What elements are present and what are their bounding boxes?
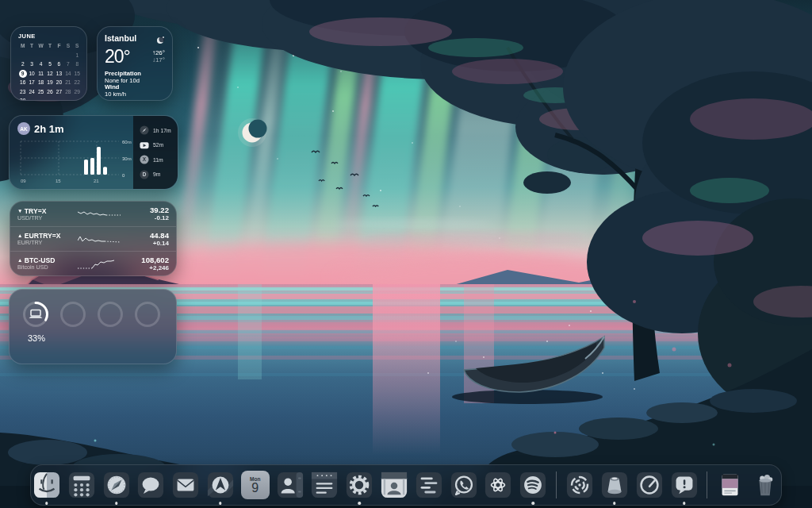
stock-name: USD/TRY (17, 215, 71, 221)
stock-change: -0.12 (128, 214, 169, 221)
calendar-day: 20 (55, 79, 63, 87)
calendar-day: 26 (45, 88, 54, 96)
dock-maps-icon[interactable] (205, 469, 236, 501)
calendar-day: 29 (73, 88, 82, 96)
calendar-grid: MTWTFSS123456789101112131415161718192021… (18, 42, 82, 101)
dock-calculator-icon[interactable] (66, 469, 98, 501)
battery-ring-empty (58, 299, 88, 329)
screen-time-app-row: 1h 17m (140, 125, 178, 135)
calendar-day: 13 (55, 70, 63, 78)
calendar-day (63, 97, 72, 101)
svg-text:09: 09 (21, 179, 26, 183)
app-duration: 1h 17m (153, 128, 171, 133)
dock-notes-icon[interactable] (308, 469, 340, 501)
screen-time-app-row: X11m (140, 155, 178, 164)
calendar-day: 5 (45, 60, 54, 68)
dock-messages-icon[interactable] (135, 469, 167, 501)
calendar-weekday: S (73, 42, 82, 50)
battery-widget[interactable]: 33% (9, 289, 177, 364)
calendar-day: 27 (55, 88, 63, 96)
calendar-day: 23 (18, 88, 27, 96)
moon-stars-icon (156, 33, 165, 48)
stock-sparkline (78, 257, 122, 270)
calendar-day: 3 (27, 60, 36, 68)
dock-whatsapp-icon[interactable] (448, 469, 480, 501)
svg-text:15: 15 (56, 179, 61, 183)
stock-row[interactable]: ▲ EURTRY=XEUR/TRY44.84+0.14 (10, 226, 176, 251)
dock-contacts-icon[interactable] (274, 469, 306, 501)
calendar-day: 22 (73, 79, 82, 87)
down-triangle-icon: ▼ (17, 208, 22, 214)
dock-speedometer-app-icon[interactable] (634, 469, 665, 501)
dock-reminders-icon[interactable] (413, 469, 445, 501)
weather-high: ↑26° (152, 49, 165, 56)
calendar-day: 8 (73, 60, 82, 68)
dock-spotify-icon[interactable] (517, 469, 549, 501)
weather-temperature: 20° (105, 48, 130, 65)
calendar-day: 1 (73, 52, 82, 60)
calendar-widget[interactable]: JUNE MTWTFSS1234567891011121314151617181… (10, 26, 87, 101)
dock-safari-icon[interactable] (101, 469, 132, 501)
calendar-day: 6 (55, 60, 63, 68)
up-triangle-icon: ▲ (17, 257, 22, 263)
battery-ring-empty (132, 299, 163, 329)
calendar-month-title: JUNE (18, 33, 82, 40)
dock-calendar-icon[interactable]: Mon 9 (239, 469, 271, 501)
calendar-day: 2 (18, 60, 27, 68)
dock-trash-icon[interactable] (749, 469, 781, 501)
screen-time-widget[interactable]: AK 2h 1m 60m30m0 091521 1h 17m52mX11mD9m (9, 115, 178, 190)
dock-finder-icon[interactable] (31, 469, 63, 501)
screen-time-total: 2h 1m (34, 123, 64, 135)
svg-text:21: 21 (94, 179, 99, 183)
calendar-day: 10 (27, 70, 36, 78)
calendar-day: 7 (63, 60, 72, 68)
calendar-day (63, 52, 72, 60)
up-triangle-icon: ▲ (17, 233, 22, 238)
calendar-weekday: W (36, 42, 45, 50)
svg-text:0: 0 (122, 173, 125, 178)
dock-calendar-day: 9 (251, 482, 259, 495)
calendar-day: 28 (63, 88, 72, 96)
stock-name: Bitcoin USD (17, 264, 71, 271)
app-duration: 11m (153, 157, 163, 163)
weather-widget[interactable]: Istanbul 20° ↑26° ↓17° Precipitation Non… (97, 26, 173, 101)
dock-alert-app-icon[interactable] (668, 469, 700, 501)
stock-price: 39.22 (128, 206, 169, 214)
calendar-day: 21 (63, 79, 72, 87)
weather-wind-value: 10 km/h (105, 91, 165, 98)
svg-text:60m: 60m (122, 140, 132, 144)
calendar-day: 24 (27, 88, 36, 96)
svg-text:D: D (143, 171, 147, 177)
user-avatar: AK (17, 122, 30, 135)
stock-row[interactable]: ▲ BTC-USDBitcoin USD108,602+2,246 (10, 251, 176, 275)
dock-photo-booth-icon[interactable] (378, 469, 410, 501)
calendar-day (55, 97, 63, 101)
calendar-weekday: S (63, 42, 72, 50)
screen-time-app-row: 52m (140, 140, 178, 150)
calendar-day: 30 (18, 97, 27, 101)
calendar-day: 15 (73, 70, 82, 78)
dock-speaker-app-icon[interactable] (599, 469, 630, 501)
svg-text:X: X (143, 156, 147, 162)
safari-icon (140, 125, 149, 135)
calendar-weekday: M (18, 42, 27, 50)
stock-row[interactable]: ▼ TRY=XUSD/TRY39.22-0.12 (10, 202, 176, 226)
dock-divider (707, 471, 707, 498)
x-app-icon: X (140, 155, 149, 164)
battery-ring-laptop (21, 299, 51, 329)
d-app-icon: D (140, 170, 149, 179)
dock-system-settings-icon[interactable] (343, 469, 375, 501)
calendar-day (27, 52, 36, 60)
app-duration: 9m (153, 171, 160, 177)
calendar-weekday: T (45, 42, 54, 50)
dock-downloads-stack-icon[interactable] (714, 469, 746, 501)
stocks-widget[interactable]: ▼ TRY=XUSD/TRY39.22-0.12▲ EURTRY=XEUR/TR… (10, 201, 177, 276)
battery-ring-empty (95, 299, 125, 329)
dock-maze-utility-icon[interactable] (564, 469, 596, 501)
dock-chatgpt-icon[interactable] (483, 469, 515, 501)
calendar-day (36, 52, 45, 60)
app-duration: 52m (153, 142, 163, 148)
stock-symbol: ▼ TRY=X (17, 207, 71, 215)
calendar-weekday: T (27, 42, 36, 50)
dock-mail-icon[interactable] (170, 469, 201, 501)
